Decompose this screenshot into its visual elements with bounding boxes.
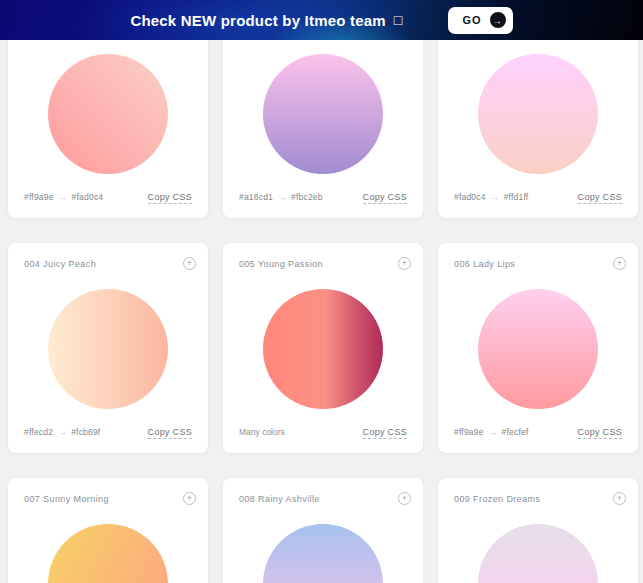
- gradient-title: 006 Lady Lips: [454, 259, 515, 269]
- gradient-circle[interactable]: [263, 54, 383, 174]
- hex-codes: #fad0c4 → #ffd1ff: [454, 192, 528, 202]
- card-header: 009 Frozen Dreams +: [438, 478, 638, 505]
- expand-icon[interactable]: +: [398, 257, 411, 270]
- gradient-title: 004 Juicy Peach: [24, 259, 96, 269]
- go-button[interactable]: GO →: [448, 7, 512, 34]
- gradient-circle[interactable]: [48, 54, 168, 174]
- gradient-card: 008 Rainy Ashville +: [223, 478, 423, 583]
- hex-codes: #ff9a9e → #fecfef: [454, 427, 529, 437]
- hex-codes: #ffecd2 → #fcb69f: [24, 427, 100, 437]
- gradient-title: 005 Young Passion: [239, 259, 323, 269]
- gradient-grid: + #ff9a9e → #fad0c4 Copy CSS + #a18cd1 →…: [8, 8, 638, 583]
- gradient-title: 009 Frozen Dreams: [454, 494, 540, 504]
- hex-end-value[interactable]: #fcb69f: [71, 427, 100, 437]
- expand-icon[interactable]: +: [398, 492, 411, 505]
- hex-start-value[interactable]: #a18cd1: [239, 192, 273, 202]
- card-footer: #ff9a9e → #fecfef Copy CSS: [454, 427, 622, 439]
- expand-icon[interactable]: +: [613, 257, 626, 270]
- gradient-title: 008 Rainy Ashville: [239, 494, 320, 504]
- hex-start-value[interactable]: #fad0c4: [454, 192, 486, 202]
- hex-codes: Many colors: [239, 427, 285, 437]
- gradient-circle[interactable]: [478, 289, 598, 409]
- arrow-separator-icon: →: [489, 428, 497, 437]
- card-footer: #a18cd1 → #fbc2eb Copy CSS: [239, 192, 407, 204]
- expand-icon[interactable]: +: [183, 257, 196, 270]
- card-header: 005 Young Passion +: [223, 243, 423, 270]
- hex-codes: #a18cd1 → #fbc2eb: [239, 192, 323, 202]
- gradient-circle[interactable]: [48, 524, 168, 583]
- card-footer: #fad0c4 → #ffd1ff Copy CSS: [454, 192, 622, 204]
- copy-css-button[interactable]: Copy CSS: [363, 192, 407, 204]
- hex-start-value[interactable]: #ff9a9e: [24, 192, 54, 202]
- gradient-card: 006 Lady Lips + #ff9a9e → #fecfef Copy C…: [438, 243, 638, 453]
- promo-message: Check NEW product by Itmeo team □: [130, 12, 402, 29]
- card-footer: #ff9a9e → #fad0c4 Copy CSS: [24, 192, 192, 204]
- card-footer: #ffecd2 → #fcb69f Copy CSS: [24, 427, 192, 439]
- arrow-separator-icon: →: [278, 193, 286, 202]
- expand-icon[interactable]: +: [183, 492, 196, 505]
- gradient-circle[interactable]: [48, 289, 168, 409]
- card-header: 006 Lady Lips +: [438, 243, 638, 270]
- copy-css-button[interactable]: Copy CSS: [363, 427, 407, 439]
- gradient-card: 007 Sunny Morning +: [8, 478, 208, 583]
- hex-start-value[interactable]: #ffecd2: [24, 427, 53, 437]
- copy-css-button[interactable]: Copy CSS: [578, 427, 622, 439]
- gradient-circle[interactable]: [478, 524, 598, 583]
- colors-note: Many colors: [239, 427, 285, 437]
- hex-start-value[interactable]: #ff9a9e: [454, 427, 484, 437]
- expand-icon[interactable]: +: [613, 492, 626, 505]
- hex-end-value[interactable]: #fad0c4: [72, 192, 104, 202]
- copy-css-button[interactable]: Copy CSS: [148, 427, 192, 439]
- gradient-title: 007 Sunny Morning: [24, 494, 109, 504]
- gradient-card: 009 Frozen Dreams +: [438, 478, 638, 583]
- hex-end-value[interactable]: #fecfef: [502, 427, 529, 437]
- gradient-circle[interactable]: [263, 289, 383, 409]
- promo-banner: Check NEW product by Itmeo team □ GO →: [0, 0, 643, 40]
- card-header: 008 Rainy Ashville +: [223, 478, 423, 505]
- arrow-separator-icon: →: [59, 193, 67, 202]
- promo-message-text: Check NEW product by Itmeo team: [130, 12, 385, 29]
- card-footer: Many colors Copy CSS: [239, 427, 407, 439]
- card-header: 007 Sunny Morning +: [8, 478, 208, 505]
- go-button-label: GO: [462, 14, 481, 26]
- arrow-separator-icon: →: [491, 193, 499, 202]
- copy-css-button[interactable]: Copy CSS: [148, 192, 192, 204]
- gradient-circle[interactable]: [478, 54, 598, 174]
- gradient-card: 005 Young Passion + Many colors Copy CSS: [223, 243, 423, 453]
- hex-end-value[interactable]: #ffd1ff: [504, 192, 529, 202]
- card-header: 004 Juicy Peach +: [8, 243, 208, 270]
- hex-end-value[interactable]: #fbc2eb: [291, 192, 323, 202]
- rocket-emoji-placeholder: □: [394, 12, 403, 28]
- hex-codes: #ff9a9e → #fad0c4: [24, 192, 103, 202]
- arrow-right-icon: →: [490, 12, 506, 28]
- copy-css-button[interactable]: Copy CSS: [578, 192, 622, 204]
- gradient-circle[interactable]: [263, 524, 383, 583]
- arrow-separator-icon: →: [58, 428, 66, 437]
- gradient-card: 004 Juicy Peach + #ffecd2 → #fcb69f Copy…: [8, 243, 208, 453]
